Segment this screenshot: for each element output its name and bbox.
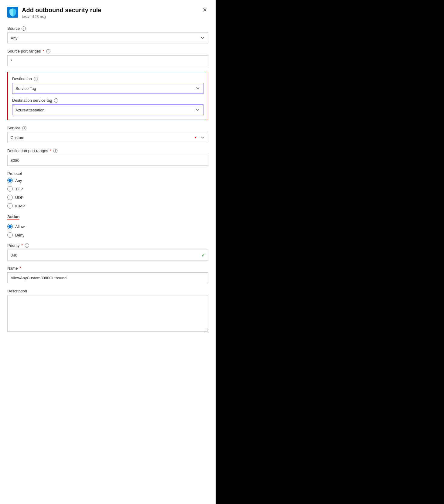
service-dot-indicator: [195, 137, 196, 138]
protocol-group: Protocol Any TCP UDP ICMP: [7, 171, 208, 209]
name-label: Name *: [7, 266, 208, 271]
source-port-required-star: *: [43, 49, 44, 53]
priority-group: Priority * i ✓: [7, 243, 208, 261]
service-label: Service i: [7, 126, 208, 130]
panel-subtitle: testvm123-nsg: [22, 15, 101, 19]
action-allow-radio[interactable]: [7, 224, 13, 229]
dest-port-ranges-group: Destination port ranges * i: [7, 148, 208, 166]
description-group: Description: [7, 289, 208, 332]
priority-required-star: *: [21, 243, 23, 248]
protocol-tcp-label: TCP: [15, 187, 23, 191]
destination-select[interactable]: Service Tag: [12, 83, 203, 94]
destination-info-icon: i: [34, 77, 38, 81]
close-button[interactable]: ✕: [201, 6, 208, 14]
destination-group: Destination i Service Tag: [12, 77, 203, 94]
action-radio-group: Allow Deny: [7, 224, 208, 238]
protocol-icmp-option[interactable]: ICMP: [7, 203, 208, 209]
black-background: [216, 0, 444, 504]
destination-service-tag-info-icon: i: [54, 98, 58, 103]
source-select[interactable]: Any: [7, 32, 208, 43]
protocol-tcp-option[interactable]: TCP: [7, 186, 208, 192]
dest-port-required-star: *: [50, 148, 51, 153]
destination-label: Destination i: [12, 77, 203, 81]
destination-service-tag-group: Destination service tag i AzureAttestati…: [12, 98, 203, 115]
protocol-icmp-radio[interactable]: [7, 203, 13, 209]
panel-header: Add outbound security rule testvm123-nsg…: [7, 6, 208, 19]
azure-shield-icon: [7, 7, 18, 18]
name-required-star: *: [20, 266, 21, 271]
action-deny-label: Deny: [15, 233, 24, 237]
protocol-label: Protocol: [7, 171, 208, 176]
source-port-info-icon: i: [46, 49, 50, 53]
destination-service-tag-select[interactable]: AzureAttestation: [12, 104, 203, 115]
destination-highlighted-box: Destination i Service Tag Destination se…: [7, 72, 208, 120]
priority-valid-icon: ✓: [201, 252, 205, 258]
action-allow-label: Allow: [15, 224, 25, 229]
protocol-any-radio[interactable]: [7, 178, 13, 183]
source-port-ranges-input[interactable]: [7, 55, 208, 66]
source-port-ranges-group: Source port ranges * i: [7, 49, 208, 66]
source-label: Source i: [7, 26, 208, 31]
source-port-ranges-label: Source port ranges * i: [7, 49, 208, 53]
name-group: Name *: [7, 266, 208, 283]
action-deny-option[interactable]: Deny: [7, 232, 208, 238]
protocol-any-option[interactable]: Any: [7, 178, 208, 183]
service-select[interactable]: Custom: [7, 132, 208, 143]
protocol-any-label: Any: [15, 178, 22, 183]
dest-port-ranges-input[interactable]: [7, 155, 208, 166]
description-label: Description: [7, 289, 208, 293]
protocol-radio-group: Any TCP UDP ICMP: [7, 178, 208, 209]
protocol-udp-label: UDP: [15, 195, 23, 200]
protocol-udp-option[interactable]: UDP: [7, 195, 208, 200]
action-group: Action Allow Deny: [7, 214, 208, 238]
panel-title: Add outbound security rule: [22, 6, 101, 14]
service-info-icon: i: [22, 126, 26, 130]
protocol-icmp-label: ICMP: [15, 204, 25, 208]
dest-port-info-icon: i: [53, 149, 57, 153]
destination-service-tag-label: Destination service tag i: [12, 98, 203, 103]
source-info-icon: i: [22, 26, 26, 31]
protocol-udp-radio[interactable]: [7, 195, 13, 200]
priority-label: Priority * i: [7, 243, 208, 248]
dest-port-ranges-label: Destination port ranges * i: [7, 148, 208, 153]
name-input[interactable]: [7, 272, 208, 283]
action-allow-option[interactable]: Allow: [7, 224, 208, 229]
service-select-wrap: Custom: [7, 132, 208, 143]
action-label: Action: [7, 214, 19, 220]
priority-info-icon: i: [25, 243, 29, 248]
panel: Add outbound security rule testvm123-nsg…: [0, 0, 216, 504]
service-group: Service i Custom: [7, 126, 208, 143]
description-textarea[interactable]: [7, 295, 208, 332]
action-deny-radio[interactable]: [7, 232, 13, 238]
panel-title-text-group: Add outbound security rule testvm123-nsg: [22, 6, 101, 19]
priority-input[interactable]: [7, 250, 208, 261]
priority-input-wrap: ✓: [7, 250, 208, 261]
protocol-tcp-radio[interactable]: [7, 186, 13, 192]
source-group: Source i Any: [7, 26, 208, 43]
panel-title-group: Add outbound security rule testvm123-nsg: [7, 6, 101, 19]
